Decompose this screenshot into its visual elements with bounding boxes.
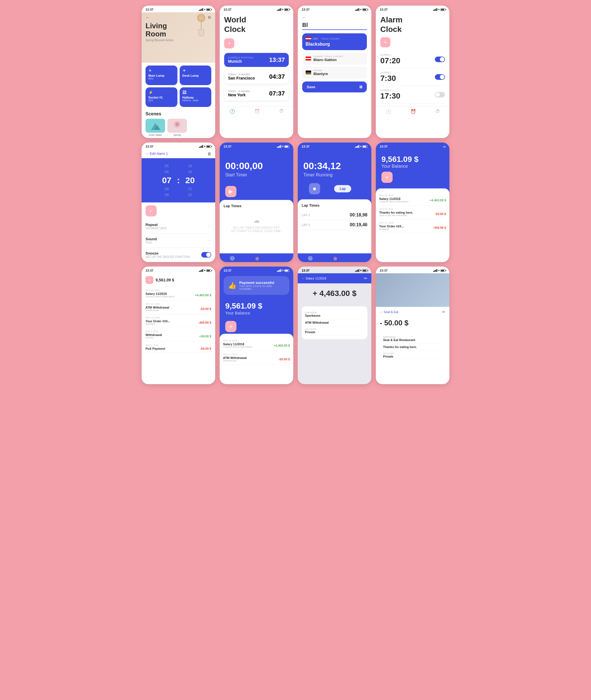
tx10-amount-1: -50.00 $ bbox=[279, 358, 290, 361]
status-time-5: 13:37 bbox=[145, 145, 153, 148]
status-icons-1: ▾ bbox=[199, 8, 211, 11]
alarm-bottom-tabs: 🕐 ⏰ ⏱ bbox=[376, 106, 449, 115]
edit-alarm-back[interactable]: ← Edit Alarm 1 bbox=[145, 152, 168, 156]
salary-back[interactable]: ← Salary 11/2018 bbox=[302, 277, 326, 280]
search-back[interactable]: ← bbox=[302, 15, 306, 19]
clock-current-label: CURRENT POSITION bbox=[228, 56, 253, 59]
wifi-4: ▾ bbox=[438, 8, 440, 11]
status-icons-3: ▾ bbox=[355, 8, 368, 11]
search-input[interactable] bbox=[302, 21, 367, 30]
result-malawi[interactable]: MALAWI Blantyre bbox=[302, 66, 367, 79]
snooze-toggle[interactable] bbox=[201, 252, 211, 257]
tab-stopwatch[interactable]: ⏱ bbox=[279, 109, 284, 114]
tx9-sub-2: RUNNER bbox=[145, 323, 170, 326]
confirm-btn[interactable]: ✓ bbox=[145, 205, 157, 217]
result-blacksburg[interactable]: USA TODAY, 9 HOURS Blacksburg bbox=[302, 33, 367, 50]
malawi-label: MALAWI bbox=[313, 69, 328, 72]
tx9-0[interactable]: MAY 18, 2018 Salary 11/2018 CONSULTING &… bbox=[145, 287, 211, 300]
tab-alarm-3[interactable]: ⏰ bbox=[254, 256, 260, 261]
alarm-1-toggle[interactable] bbox=[435, 57, 445, 62]
tx10-sub-1: SPARKASSE bbox=[223, 359, 247, 362]
timer-running-section: 00:34,12 Timer Running bbox=[298, 149, 371, 180]
status-bar-6: 13:37 ▾ bbox=[220, 142, 293, 149]
balance-header-row: + 9,561.09 $ bbox=[145, 276, 211, 284]
hour-06: 06 bbox=[165, 170, 169, 174]
tab-stopwatch-3[interactable]: ⏱ bbox=[279, 256, 284, 261]
tab-stopwatch-4[interactable]: ⏱ bbox=[357, 256, 362, 261]
tx9-left-1: ATM Withdrawal SPARKASSE bbox=[145, 306, 169, 312]
status-time-2: 13:37 bbox=[223, 8, 232, 11]
alarm-add-btn[interactable]: + bbox=[380, 37, 390, 47]
tx-order[interactable]: NOV 13, 2018 Your Order #24... RUNNER -4… bbox=[379, 219, 446, 233]
setting-sound[interactable]: Sound TICK → bbox=[145, 234, 211, 248]
tab-stopwatch-2[interactable]: ⏱ bbox=[436, 109, 440, 114]
scene-spring[interactable]: Spring bbox=[167, 119, 187, 136]
device-status-0: 90% bbox=[148, 77, 175, 80]
signal-4 bbox=[433, 8, 437, 11]
canada-flag bbox=[306, 57, 311, 60]
tx9-name-4: PoS Payment bbox=[145, 347, 165, 350]
salary-edit[interactable]: ✏ bbox=[364, 276, 368, 281]
timer-play-btn[interactable]: ▶ bbox=[225, 186, 237, 197]
tx-salary[interactable]: NOV 18, 2018 Salary 11/2018 CONSULTING &… bbox=[379, 192, 446, 206]
battery-10 bbox=[284, 269, 289, 272]
tab-world-clock[interactable]: 🕐 bbox=[229, 109, 235, 114]
tab-clock-3[interactable]: 🕐 bbox=[229, 256, 235, 261]
tab-alarm-4[interactable]: ⏰ bbox=[332, 256, 338, 261]
wifi-11: ▾ bbox=[360, 269, 362, 272]
tx10-0[interactable]: NOV 18, 2018 Salary 11/2018 CONSULTING &… bbox=[223, 337, 290, 351]
back-arrow[interactable]: ← bbox=[145, 15, 149, 19]
tx9-2[interactable]: NOV 13, 2018 Your Order #24... RUNNER -4… bbox=[145, 314, 211, 328]
tab-clock-2[interactable]: 🕐 bbox=[386, 109, 391, 114]
lap-btn[interactable]: Lap bbox=[334, 185, 351, 192]
flower-vase bbox=[198, 29, 204, 36]
search-nav: ← bbox=[302, 15, 367, 21]
city-blantyre: Blantyre bbox=[313, 72, 328, 76]
delete-icon[interactable]: 🗑 bbox=[207, 152, 211, 156]
balance-small-amount: 9,561.09 $ bbox=[155, 278, 174, 282]
save-button[interactable]: Save ⊞ bbox=[302, 81, 367, 93]
battery-12 bbox=[441, 269, 446, 272]
save-label: Save bbox=[307, 85, 315, 89]
add-clock-btn[interactable]: + bbox=[224, 38, 234, 48]
result-canada[interactable]: CANADA TODAY, 4 HOURS Blanc-Sablon bbox=[302, 52, 367, 65]
wifi-7: ▾ bbox=[360, 145, 362, 148]
battery-7 bbox=[363, 145, 368, 148]
timer-stop-btn[interactable]: ■ bbox=[309, 183, 320, 194]
payment-add-btn[interactable]: + bbox=[225, 321, 237, 332]
tab-alarm-2[interactable]: ⏰ bbox=[410, 109, 416, 114]
tx-food[interactable]: NOV 15, 2018 Thanks for eating here. SEA… bbox=[379, 206, 446, 219]
alarm-title: AlarmClock bbox=[380, 15, 445, 34]
city-blanc: Blanc-Sablon bbox=[313, 58, 343, 62]
status-icons-11: ▾ bbox=[355, 269, 368, 272]
device-socket[interactable]: ⚡ Socket #1 OFF bbox=[145, 88, 178, 107]
tab-clock-4[interactable]: 🕐 bbox=[308, 256, 313, 261]
setting-repeat[interactable]: Repeat ON WEEK DAYS → bbox=[145, 219, 211, 234]
tx9-4[interactable]: MAY 1, 2018 PoS Payment -56.00 $ bbox=[145, 342, 211, 353]
tx-name-0: Salary 11/2018 bbox=[379, 197, 408, 200]
result-usa-row: USA TODAY, 9 HOURS bbox=[306, 37, 364, 41]
tab-alarm[interactable]: ⏰ bbox=[254, 109, 260, 114]
restaurant-edit[interactable]: ✏ bbox=[442, 310, 446, 314]
scene-arctic-water[interactable]: Arctic Water bbox=[145, 119, 165, 136]
alarm-row-2: ALARM 2 7:30 bbox=[380, 68, 445, 86]
tx9-1[interactable]: NOV 15, 2018 ATM Withdrawal SPARKASSE -5… bbox=[145, 300, 211, 314]
device-main-lamp[interactable]: ☀ Main Lamp 90% bbox=[145, 65, 178, 85]
device-hallway[interactable]: 🖼 Hallway PERTH · 4/NK bbox=[180, 88, 211, 107]
restaurant-back[interactable]: ← Seat & Eat bbox=[380, 310, 398, 313]
alarm-3-toggle[interactable] bbox=[435, 92, 445, 98]
tx10-1[interactable]: NOV 13, 2018 ATM Withdrawal SPARKASSE -5… bbox=[223, 351, 290, 364]
snooze-label: Snooze bbox=[145, 251, 190, 255]
balance-add-btn[interactable]: + bbox=[381, 172, 393, 183]
status-time-1: 13:37 bbox=[145, 8, 153, 11]
tx9-3[interactable]: MAY 1, 2018 Withdrawal PAYPAL +30.00 $ bbox=[145, 328, 211, 342]
tx9-date-2: NOV 13, 2018 bbox=[145, 316, 211, 319]
save-icon: ⊞ bbox=[359, 85, 363, 89]
status-time-12: 13:37 bbox=[380, 269, 388, 272]
alarm-2-toggle[interactable] bbox=[435, 74, 445, 80]
clock-current-city: Munich bbox=[228, 59, 253, 64]
status-bar-9: 13:37 ▾ bbox=[142, 267, 215, 273]
device-desk-lamp[interactable]: ☀ Desk Lamp bbox=[180, 65, 211, 85]
tx-sub-2: RUNNER bbox=[379, 228, 404, 230]
device-name-3: Hallway bbox=[183, 96, 209, 99]
